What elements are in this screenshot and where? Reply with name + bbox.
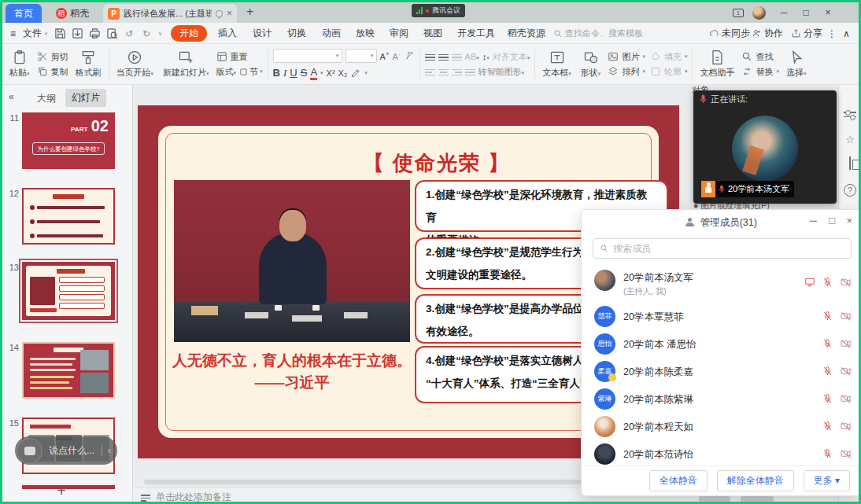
bold-button[interactable]: B <box>273 67 280 79</box>
screen-share-icon[interactable] <box>804 277 815 288</box>
to-smartart-button[interactable]: 转智能图形▾ <box>479 66 525 78</box>
command-search[interactable]: 查找命令、搜索模板 <box>553 23 643 44</box>
member-row[interactable]: 20学前本程天如 <box>582 413 861 440</box>
camera-off-icon[interactable] <box>840 311 852 322</box>
member-row[interactable]: 柔嘉 20学前本陈柔嘉 <box>582 358 861 385</box>
camera-off-icon[interactable] <box>840 393 852 404</box>
align-right-icon[interactable] <box>452 68 462 76</box>
member-row[interactable]: 20学前本汤文军 (主持人, 我) <box>582 267 861 301</box>
undo-button[interactable]: ↺ <box>125 23 133 44</box>
mic-muted-icon[interactable] <box>822 448 833 459</box>
pin-icon[interactable] <box>214 9 224 19</box>
tab-slides[interactable]: 幻灯片 <box>65 89 106 107</box>
slide-thumbnail-12[interactable] <box>22 188 115 245</box>
mic-muted-icon[interactable] <box>822 277 833 288</box>
tab-docer-resources[interactable]: 稻壳资源 <box>504 23 549 44</box>
indent-decrease-icon[interactable] <box>452 53 462 61</box>
panel-close-button[interactable]: × <box>846 215 852 226</box>
picture-button[interactable]: 图片▾ <box>608 51 645 63</box>
help-icon[interactable]: ? <box>844 184 856 197</box>
chat-placeholder[interactable]: 说点什么... <box>49 444 102 458</box>
close-window-button[interactable]: × <box>818 2 838 23</box>
member-search-box[interactable] <box>593 238 852 259</box>
add-slide-button[interactable]: + <box>50 482 73 500</box>
member-search-input[interactable] <box>613 243 844 254</box>
mic-muted-icon[interactable] <box>822 393 833 404</box>
font-size-select[interactable]: ▾ <box>346 49 377 63</box>
meeting-video-window[interactable]: 正在讲话: 20学前本汤文军 <box>693 90 837 204</box>
font-name-select[interactable]: ▾ <box>273 49 342 63</box>
tab-outline[interactable]: 大纲 <box>37 92 56 105</box>
switch-panel-icon[interactable] <box>844 157 856 170</box>
close-tab-icon[interactable]: × <box>227 8 232 19</box>
font-color-button[interactable]: A <box>310 66 317 80</box>
camera-off-icon[interactable] <box>840 366 852 377</box>
subscript-button[interactable]: X₂ <box>338 68 348 78</box>
tab-animation[interactable]: 动画 <box>319 23 344 44</box>
slide-thumbnail-13-selected[interactable] <box>22 262 115 320</box>
format-painter-button[interactable]: 格式刷 <box>73 50 104 79</box>
strikethrough-button[interactable]: S <box>301 67 308 79</box>
superscript-button[interactable]: X² <box>327 68 335 78</box>
slide-thumbnail-14[interactable] <box>22 342 115 399</box>
member-row[interactable]: 紫琳 20学前本陈紫琳 <box>582 385 861 413</box>
mic-muted-icon[interactable] <box>822 366 833 377</box>
meeting-share-badge[interactable]: 腾讯会议 <box>412 4 465 17</box>
find-button[interactable]: 查找 <box>741 51 779 63</box>
paste-button[interactable]: 粘贴▾ <box>7 50 32 79</box>
tab-home-ribbon[interactable]: 开始 <box>171 23 207 44</box>
tab-insert[interactable]: 插入 <box>215 23 240 44</box>
print-preview-button[interactable] <box>106 23 118 44</box>
italic-button[interactable]: I <box>283 67 286 79</box>
camera-off-icon[interactable] <box>840 448 852 459</box>
tab-slideshow[interactable]: 放映 <box>353 23 378 44</box>
bullet-list-icon[interactable] <box>425 53 435 61</box>
mute-all-button[interactable]: 全体静音 <box>649 470 708 491</box>
mic-muted-icon[interactable] <box>822 338 833 349</box>
share-button[interactable]: 分享 <box>791 23 822 44</box>
copy-button[interactable]: 复制 <box>37 66 68 78</box>
unmute-all-button[interactable]: 解除全体静音 <box>717 470 794 491</box>
tab-devtools[interactable]: 开发工具 <box>454 23 498 44</box>
fill-button[interactable]: 填充▾ <box>650 51 688 63</box>
shapes-button[interactable]: 形状▾ <box>578 50 604 79</box>
line-spacing-button[interactable]: ↕▾ <box>482 52 490 61</box>
tab-home[interactable]: 首页 <box>6 4 42 23</box>
layout-button[interactable]: 版式▾ <box>216 66 237 78</box>
tab-view[interactable]: 视图 <box>420 23 445 44</box>
tab-review[interactable]: 审阅 <box>386 23 412 44</box>
camera-off-icon[interactable] <box>840 338 852 349</box>
account-avatar[interactable] <box>748 2 769 23</box>
collaborate-button[interactable]: 协作 <box>752 23 783 44</box>
minimize-button[interactable]: ─ <box>774 2 794 23</box>
effects-star-icon[interactable]: ☆ <box>844 134 856 146</box>
number-list-icon[interactable] <box>438 53 449 61</box>
save-button[interactable] <box>54 23 66 44</box>
underline-button[interactable]: U <box>290 67 297 79</box>
textbox-button[interactable]: 文本框▾ <box>540 50 574 79</box>
member-row[interactable]: 慧菲 20学本覃慧菲 <box>582 303 861 330</box>
play-from-current-button[interactable]: 当页开始▾ <box>114 50 157 79</box>
collapse-chat-icon[interactable]: ‹ <box>102 445 117 456</box>
ab-direction-button[interactable]: AB▾ <box>465 52 479 61</box>
arrange-button[interactable]: 排列▾ <box>608 66 645 78</box>
format-properties-icon[interactable] <box>844 109 856 121</box>
slide-thumbnail-11[interactable]: PART 02 为什么要创建绿色学校? <box>22 112 115 169</box>
mic-muted-icon[interactable] <box>822 311 833 322</box>
mic-muted-icon[interactable] <box>822 421 833 432</box>
section-button[interactable]: 节▾ <box>239 66 263 78</box>
collapse-sidebar-button[interactable]: « <box>9 91 14 102</box>
toolbar-options-caret[interactable]: ∨ <box>158 23 162 44</box>
cut-button[interactable]: 剪切 <box>37 51 68 63</box>
doc-assistant-button[interactable]: 文档助手 <box>697 50 737 79</box>
tab-design[interactable]: 设计 <box>249 23 275 44</box>
justify-icon[interactable] <box>465 68 475 76</box>
replace-button[interactable]: 替换▾ <box>741 66 779 78</box>
align-left-icon[interactable] <box>425 68 435 76</box>
member-row[interactable]: 20学前本范诗怡 <box>582 440 861 468</box>
members-panel-header[interactable]: 管理成员(31) ─ □ × <box>582 210 861 234</box>
tab-document[interactable]: P 践行绿色发展... (主题班会) × <box>103 4 237 23</box>
collapse-ribbon-icon[interactable]: ∧ <box>843 23 850 44</box>
outline-button[interactable]: 轮廓▾ <box>650 66 688 78</box>
align-center-icon[interactable] <box>438 68 449 76</box>
